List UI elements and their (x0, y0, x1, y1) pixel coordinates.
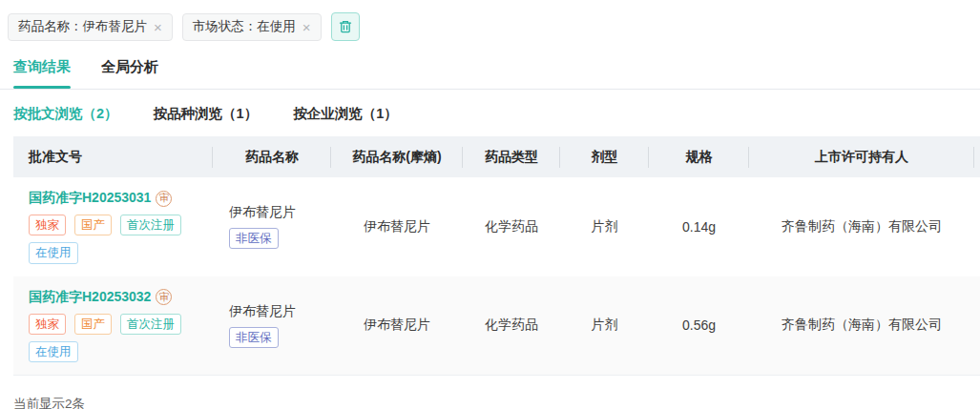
subtab-by-variety[interactable]: 按品种浏览（1） (154, 105, 259, 123)
filter-bar: 药品名称：伊布替尼片 × 市场状态：在使用 × (0, 0, 980, 41)
approval-number-link[interactable]: 国药准字H20253031 (29, 190, 151, 207)
badge-exclusive: 独家 (29, 215, 66, 235)
spec-cell: 0.14g (649, 219, 749, 235)
filter-tag-label: 药品名称：伊布替尼片 (18, 18, 147, 35)
main-tabs: 查询结果 全局分析 (0, 58, 980, 90)
tab-global-analysis[interactable]: 全局分析 (101, 58, 158, 89)
results-table: 批准文号 药品名称 药品名称(摩熵) 药品类型 剂型 规格 上市许可持有人 国药… (13, 136, 980, 376)
view-subtabs: 按批文浏览（2） 按品种浏览（1） 按企业浏览（1） (0, 105, 980, 123)
column-header-approval-no: 批准文号 (13, 149, 213, 166)
trash-icon (338, 19, 353, 34)
drug-name-cell: 伊布替尼片 非医保 (213, 303, 331, 348)
subtab-by-approval[interactable]: 按批文浏览（2） (13, 105, 118, 123)
badge-domestic: 国产 (74, 215, 112, 235)
result-count-summary: 当前显示2条 (13, 396, 980, 409)
column-header-spec: 规格 (649, 149, 749, 166)
holder-cell: 齐鲁制药（海南）有限公司 (749, 317, 974, 334)
status-badges: 独家 国产 首次注册 在使用 (29, 314, 200, 363)
drug-name: 伊布替尼片 (229, 204, 296, 221)
column-header-holder: 上市许可持有人 (749, 149, 974, 166)
dosage-form-cell: 片剂 (560, 218, 649, 235)
approval-number-link[interactable]: 国药准字H20253032 (29, 289, 151, 306)
close-icon[interactable]: × (302, 20, 311, 34)
drug-name-motrue-cell: 伊布替尼片 (331, 317, 463, 334)
holder-cell: 齐鲁制药（海南）有限公司 (749, 218, 974, 235)
drug-type-cell: 化学药品 (463, 317, 560, 334)
status-badges: 独家 国产 首次注册 在使用 (29, 215, 200, 264)
spec-cell: 0.56g (649, 317, 749, 333)
table-header-row: 批准文号 药品名称 药品名称(摩熵) 药品类型 剂型 规格 上市许可持有人 (13, 136, 980, 177)
dosage-form-cell: 片剂 (560, 317, 649, 334)
filter-tag-market-status[interactable]: 市场状态：在使用 × (182, 13, 322, 41)
column-header-drug-name: 药品名称 (213, 149, 331, 166)
subtab-by-enterprise[interactable]: 按企业浏览（1） (293, 105, 398, 123)
badge-domestic: 国产 (74, 314, 112, 335)
table-row: 国药准字H20253032 审 独家 国产 首次注册 在使用 伊布替尼片 非医保… (13, 276, 980, 377)
badge-first-registration: 首次注册 (120, 314, 181, 335)
filter-tag-label: 市场状态：在使用 (193, 18, 296, 35)
approval-cell: 国药准字H20253032 审 独家 国产 首次注册 在使用 (13, 276, 213, 376)
column-header-dosage-form: 剂型 (560, 149, 649, 166)
close-icon[interactable]: × (154, 20, 162, 34)
audit-stamp-icon: 审 (156, 289, 172, 305)
approval-cell: 国药准字H20253031 审 独家 国产 首次注册 在使用 (13, 177, 213, 276)
badge-non-medical-insurance: 非医保 (229, 327, 279, 348)
badge-in-use: 在使用 (29, 242, 78, 263)
badge-exclusive: 独家 (29, 314, 66, 335)
tab-query-results[interactable]: 查询结果 (13, 58, 71, 89)
clear-all-filters-button[interactable] (331, 12, 360, 41)
column-header-drug-name-motrue: 药品名称(摩熵) (331, 149, 463, 166)
table-row: 国药准字H20253031 审 独家 国产 首次注册 在使用 伊布替尼片 非医保… (13, 177, 980, 276)
drug-name-motrue-cell: 伊布替尼片 (331, 218, 463, 235)
drug-name: 伊布替尼片 (229, 303, 296, 320)
drug-type-cell: 化学药品 (463, 218, 560, 235)
column-header-drug-type: 药品类型 (463, 149, 560, 166)
badge-in-use: 在使用 (29, 341, 78, 362)
audit-stamp-icon: 审 (156, 191, 172, 207)
drug-name-cell: 伊布替尼片 非医保 (213, 204, 331, 249)
filter-tag-drug-name[interactable]: 药品名称：伊布替尼片 × (8, 13, 173, 41)
badge-non-medical-insurance: 非医保 (229, 228, 279, 249)
badge-first-registration: 首次注册 (120, 215, 181, 235)
